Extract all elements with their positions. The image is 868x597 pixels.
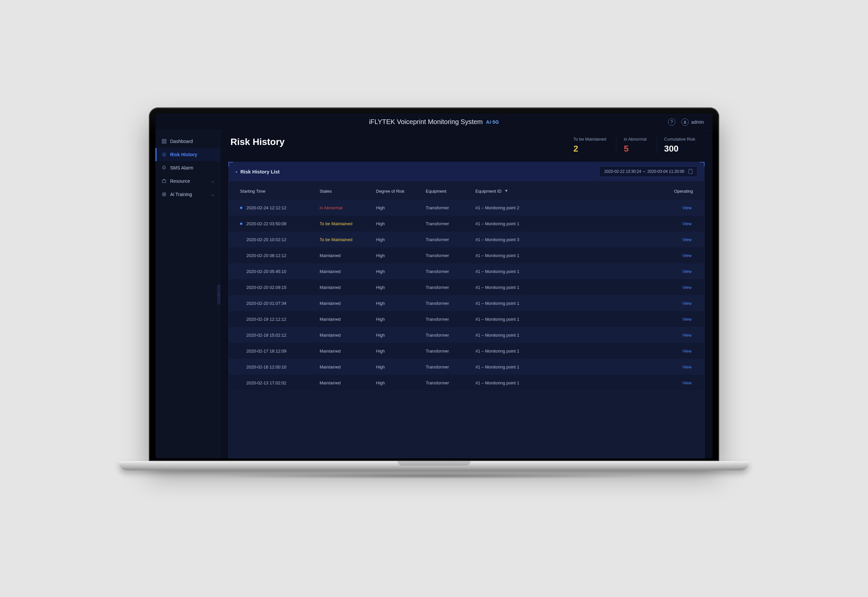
table-row[interactable]: 2020-02-13 17:02:02MaintainedHighTransfo…	[229, 375, 704, 391]
col-equipment-id[interactable]: Equipment ID	[475, 189, 650, 194]
starting-time-value: 2020-02-24 12:12:12	[246, 205, 286, 210]
stat-label: in Abnormal	[624, 137, 647, 142]
table-row[interactable]: 2020-02-20 02:09:15MaintainedHighTransfo…	[229, 279, 704, 295]
date-range-text: 2020-02-22 13:30:24 ～ 2020-03-04 11:20:0…	[604, 169, 684, 174]
col-equipment[interactable]: Equipment	[426, 189, 475, 194]
table-row[interactable]: 2020-02-17 18:12:09MaintainedHighTransfo…	[229, 343, 704, 359]
risk-table: Starting Time States Degree of Risk Equi…	[229, 181, 704, 458]
sidebar-item-dashboard[interactable]: Dashboard	[156, 135, 220, 148]
cell-equipment: Transformer	[426, 285, 475, 290]
cell-degree: High	[376, 349, 426, 353]
table-row[interactable]: 2020-02-20 10:02:12To be MaintainedHighT…	[229, 232, 704, 247]
starting-time-value: 2020-02-20 08:12:12	[246, 253, 286, 258]
starting-time-value: 2020-02-20 01:07:34	[246, 301, 286, 306]
svg-rect-1	[164, 139, 166, 141]
sidebar-collapse-handle[interactable]: ›	[217, 285, 221, 304]
cell-equipment: Transformer	[426, 253, 475, 258]
view-link[interactable]: View	[682, 317, 692, 322]
help-icon[interactable]: ?	[668, 119, 675, 126]
svg-rect-8	[163, 193, 166, 196]
cell-starting-time: 2020-02-20 08:12:12	[240, 253, 320, 258]
sidebar: › DashboardRisk HistorySMS AlarmResource…	[156, 131, 221, 458]
cell-operating: View	[650, 380, 693, 385]
view-link[interactable]: View	[682, 380, 692, 385]
filter-icon[interactable]	[504, 189, 508, 193]
cell-starting-time: 2020-02-18 15:02:12	[240, 333, 320, 338]
col-states[interactable]: States	[320, 189, 376, 194]
date-range-picker[interactable]: 2020-02-22 13:30:24 ～ 2020-03-04 11:20:0…	[599, 166, 698, 177]
main: Risk History To be Maintained2in Abnorma…	[221, 131, 712, 458]
starting-time-value: 2020-02-16 12:00:10	[246, 364, 286, 370]
cell-state: Maintained	[320, 317, 376, 322]
cell-starting-time: 2020-02-20 02:09:15	[240, 285, 320, 290]
col-degree[interactable]: Degree of Risk	[376, 189, 426, 194]
view-link[interactable]: View	[682, 349, 692, 353]
cell-operating: View	[650, 285, 693, 290]
sidebar-item-sms-alarm[interactable]: SMS Alarm	[156, 161, 220, 174]
sidebar-item-risk-history[interactable]: Risk History	[156, 148, 220, 161]
cell-state: Maintained	[320, 364, 376, 370]
cell-equipment-id: #1 – Monitoring point 1	[475, 333, 650, 338]
cell-state: Maintained	[320, 269, 376, 274]
app-viewport: iFLYTEK Voiceprint Monitoring System Ai·…	[156, 113, 712, 458]
calendar-icon	[688, 169, 693, 174]
cell-equipment-id: #1 – Monitoring point 1	[475, 285, 650, 290]
cell-degree: High	[376, 285, 426, 290]
col-starting-time[interactable]: Starting Time	[240, 189, 320, 194]
view-link[interactable]: View	[682, 333, 692, 338]
cell-equipment: Transformer	[426, 380, 475, 385]
sidebar-item-resource[interactable]: Resource⌄	[156, 174, 220, 188]
summary-stats: To be Maintained2in Abnormal5Cumulative …	[566, 137, 702, 154]
view-link[interactable]: View	[682, 269, 692, 274]
col-degree-label: Degree of Risk	[376, 189, 404, 194]
cell-equipment: Transformer	[426, 364, 475, 370]
stat-to-be-maintained: To be Maintained2	[566, 137, 613, 154]
starting-time-value: 2020-02-20 10:02:12	[246, 237, 286, 242]
cell-starting-time: 2020-02-20 05:45:10	[240, 269, 320, 274]
stat-label: To be Maintained	[573, 137, 606, 142]
sidebar-item-label: Dashboard	[170, 139, 193, 144]
cell-degree: High	[376, 205, 426, 210]
cell-operating: View	[650, 269, 693, 274]
user-name: admin	[691, 119, 704, 125]
svg-rect-7	[163, 180, 166, 183]
table-row[interactable]: 2020-02-20 01:07:34MaintainedHighTransfo…	[229, 295, 704, 311]
view-link[interactable]: View	[682, 301, 692, 306]
cell-starting-time: 2020-02-20 01:07:34	[240, 301, 320, 306]
chevron-down-icon: ⌄	[211, 192, 214, 197]
cell-state: Maintained	[320, 253, 376, 258]
page-title: Risk History	[230, 137, 284, 147]
cell-state: Maintained	[320, 349, 376, 353]
view-link[interactable]: View	[682, 237, 692, 242]
view-link[interactable]: View	[682, 364, 692, 370]
starting-time-value: 2020-02-22 03:50:08	[246, 221, 286, 226]
view-link[interactable]: View	[682, 285, 692, 290]
view-link[interactable]: View	[682, 221, 692, 226]
sidebar-item-ai-training[interactable]: Ai Training⌄	[156, 188, 220, 201]
table-row[interactable]: 2020-02-20 05:45:10MaintainedHighTransfo…	[229, 263, 704, 279]
user-menu[interactable]: admin	[681, 119, 704, 126]
chevron-down-icon: ⌄	[211, 179, 214, 183]
table-row[interactable]: 2020-02-20 08:12:12MaintainedHighTransfo…	[229, 247, 704, 263]
svg-rect-3	[164, 142, 166, 143]
cell-equipment-id: #1 – Monitoring point 3	[475, 237, 650, 242]
cell-starting-time: 2020-02-22 03:50:08	[240, 221, 320, 226]
view-link[interactable]: View	[682, 253, 692, 258]
brand-badge: Ai·5G	[486, 119, 499, 125]
cell-operating: View	[650, 349, 693, 353]
view-link[interactable]: View	[682, 205, 692, 210]
table-row[interactable]: 2020-02-18 15:02:12MaintainedHighTransfo…	[229, 327, 704, 343]
laptop-frame: iFLYTEK Voiceprint Monitoring System Ai·…	[149, 107, 719, 476]
table-row[interactable]: 2020-02-24 12:12:12in AbnormalHighTransf…	[229, 200, 704, 215]
cell-equipment-id: #1 – Monitoring point 1	[475, 364, 650, 370]
stat-label: Cumulative Risk	[664, 137, 695, 142]
cell-equipment: Transformer	[426, 333, 475, 338]
table-row[interactable]: 2020-02-19 12:12:12MaintainedHighTransfo…	[229, 311, 704, 327]
cell-degree: High	[376, 317, 426, 322]
col-operating-label: Operating	[674, 189, 693, 194]
table-row[interactable]: 2020-02-22 03:50:08To be MaintainedHighT…	[229, 215, 704, 232]
table-row[interactable]: 2020-02-16 12:00:10MaintainedHighTransfo…	[229, 359, 704, 375]
app-root: iFLYTEK Voiceprint Monitoring System Ai·…	[156, 113, 712, 458]
list-icon	[161, 152, 167, 157]
svg-rect-0	[162, 139, 164, 141]
